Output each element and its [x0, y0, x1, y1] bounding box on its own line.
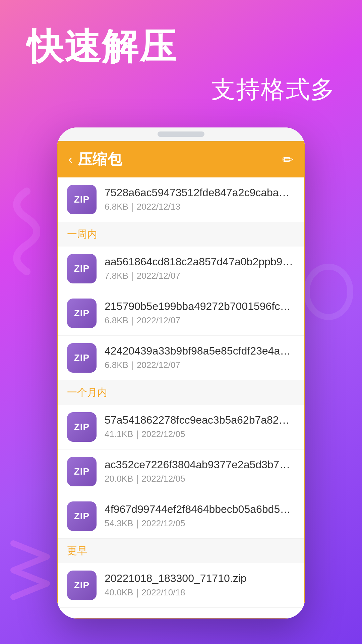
hero-title: 快速解压: [27, 27, 335, 67]
file-info: aa561864cd818c2a857d47a0b2ppb9fac7.z... …: [105, 256, 295, 282]
file-name: 20221018_183300_71710.zip: [105, 572, 295, 585]
file-meta: 20.0KB｜2022/12/05: [105, 473, 295, 485]
zip-icon: ZIP: [67, 343, 97, 373]
list-item[interactable]: ZIP ac352ce7226f3804ab9377e2a5d3b7c3.zip…: [58, 449, 304, 494]
file-name: 42420439a33b9bf98a5e85cfdf23e4a7.zip: [105, 345, 295, 357]
file-name: aa561864cd818c2a857d47a0b2ppb9fac7.z...: [105, 256, 295, 268]
file-info: ac352ce7226f3804ab9377e2a5d3b7c3.zip 20.…: [105, 459, 295, 485]
file-info: 215790b5e199bba49272b7001596fc29.zip 6.8…: [105, 300, 295, 326]
section-header-month: 一个月内: [58, 380, 304, 405]
app-header: ‹ 压缩包 ✏: [58, 142, 304, 177]
zip-icon: ZIP: [67, 299, 97, 328]
zip-icon: ZIP: [67, 457, 97, 486]
file-meta: 54.3KB｜2022/12/05: [105, 518, 295, 529]
file-name: 215790b5e199bba49272b7001596fc29.zip: [105, 300, 295, 313]
file-name: 7528a6ac59473512fde847a2c9caba0d.zip: [105, 186, 295, 199]
back-button[interactable]: ‹: [68, 153, 72, 167]
svg-point-0: [307, 267, 350, 317]
list-item[interactable]: ZIP 20221018_183300_71710.zip 40.0KB｜202…: [58, 563, 304, 608]
file-name: 4f967d99744ef2f8464bbecb05a6bd58.zip: [105, 503, 295, 516]
section-header-week: 一周内: [58, 222, 304, 247]
deco-squiggle-left: [0, 184, 40, 285]
file-info: 4f967d99744ef2f8464bbecb05a6bd58.zip 54.…: [105, 503, 295, 529]
file-info: 20221018_183300_71710.zip 40.0KB｜2022/10…: [105, 572, 295, 598]
app-header-left: ‹ 压缩包: [68, 150, 122, 169]
hero-section: 快速解压 支持格式多: [0, 27, 362, 106]
section-header-older: 更早: [58, 539, 304, 563]
file-info: 42420439a33b9bf98a5e85cfdf23e4a7.zip 6.8…: [105, 345, 295, 371]
file-meta: 7.8KB｜2022/12/07: [105, 270, 295, 282]
file-meta: 6.8KB｜2022/12/07: [105, 315, 295, 326]
list-item[interactable]: ZIP 42420439a33b9bf98a5e85cfdf23e4a7.zip…: [58, 336, 304, 380]
zip-icon: ZIP: [67, 412, 97, 442]
list-item[interactable]: ZIP aa561864cd818c2a857d47a0b2ppb9fac7.z…: [58, 247, 304, 291]
hero-subtitle: 支持格式多: [27, 73, 335, 106]
zip-icon: ZIP: [67, 185, 97, 214]
phone-mockup: ‹ 压缩包 ✏ ZIP 7528a6ac59473512fde847a2c9ca…: [57, 127, 305, 619]
app-header-title: 压缩包: [78, 150, 122, 169]
edit-icon[interactable]: ✏: [282, 152, 294, 167]
list-item[interactable]: ZIP 215790b5e199bba49272b7001596fc29.zip…: [58, 291, 304, 336]
list-item[interactable]: ZIP 57a541862278fcc9eac3b5a62b7a826e.zip…: [58, 405, 304, 449]
file-meta: 40.0KB｜2022/10/18: [105, 587, 295, 598]
list-item[interactable]: ZIP 4f967d99744ef2f8464bbecb05a6bd58.zip…: [58, 494, 304, 539]
deco-circle-right: [302, 262, 355, 322]
deco-zigzag-left: [3, 537, 57, 604]
list-item[interactable]: ZIP 7528a6ac59473512fde847a2c9caba0d.zip…: [58, 177, 304, 222]
phone-notch-bar: [158, 131, 204, 137]
zip-icon: ZIP: [67, 571, 97, 600]
app-content: ‹ 压缩包 ✏ ZIP 7528a6ac59473512fde847a2c9ca…: [57, 141, 305, 619]
file-info: 57a541862278fcc9eac3b5a62b7a826e.zip 41.…: [105, 414, 295, 440]
file-name: ac352ce7226f3804ab9377e2a5d3b7c3.zip: [105, 459, 295, 471]
file-meta: 6.8KB｜2022/12/07: [105, 359, 295, 371]
phone-notch: [57, 127, 305, 141]
file-meta: 41.1KB｜2022/12/05: [105, 428, 295, 440]
phone-bottom-space: [58, 608, 304, 618]
zip-icon: ZIP: [67, 501, 97, 531]
zip-icon: ZIP: [67, 254, 97, 283]
file-info: 7528a6ac59473512fde847a2c9caba0d.zip 6.8…: [105, 186, 295, 213]
file-name: 57a541862278fcc9eac3b5a62b7a826e.zip: [105, 414, 295, 426]
file-meta: 6.8KB｜2022/12/13: [105, 201, 295, 213]
file-list: ZIP 7528a6ac59473512fde847a2c9caba0d.zip…: [58, 177, 304, 608]
